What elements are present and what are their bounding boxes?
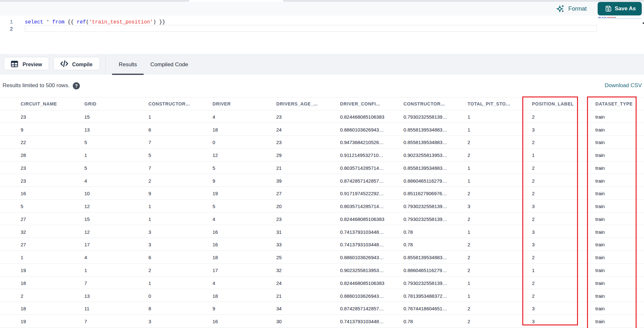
svg-text:?: ? bbox=[75, 83, 78, 88]
